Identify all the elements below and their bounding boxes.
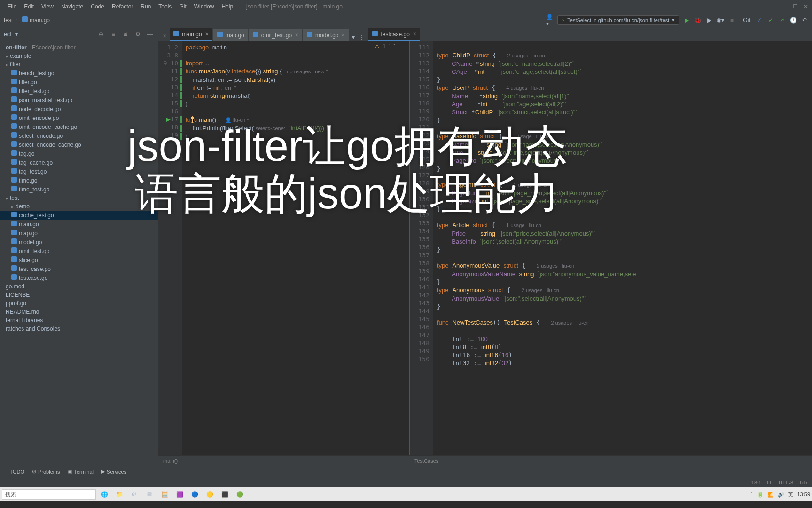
minimize-icon[interactable]: —	[781, 3, 787, 10]
tab-model[interactable]: model.go✕	[303, 29, 349, 41]
tree-file[interactable]: go.mod	[0, 282, 158, 291]
tree-scratches[interactable]: ratches and Consoles	[0, 325, 158, 333]
menu-edit[interactable]: Edit	[20, 1, 38, 12]
chevron-down-icon[interactable]: ▾	[15, 31, 18, 38]
services-tab[interactable]: ▶Services	[101, 468, 126, 475]
menu-help[interactable]: Help	[218, 1, 237, 12]
project-select[interactable]: ect	[4, 31, 11, 38]
close-tab-icon[interactable]: ✕	[295, 32, 298, 38]
tree-file[interactable]: time_test.go	[0, 185, 158, 194]
hide-icon[interactable]: —	[146, 30, 154, 39]
tree-file[interactable]: json_marshal_test.go	[0, 95, 158, 104]
git-commit-icon[interactable]: ✓	[767, 16, 774, 24]
profile-button[interactable]: ◉▾	[717, 16, 724, 24]
tree-external-libraries[interactable]: ternal Libraries	[0, 316, 158, 325]
breadcrumb-root[interactable]: test	[4, 17, 13, 24]
app-chrome[interactable]: 🔵	[188, 488, 201, 501]
run-config-dropdown[interactable]: ▹ TestSelect in github.com/liu-cn/json-f…	[557, 15, 679, 25]
breadcrumb-left[interactable]: main()	[158, 455, 410, 466]
clock[interactable]: 13:59	[797, 492, 810, 497]
tree-file[interactable]: filter_test.go	[0, 87, 158, 95]
tree-file[interactable]: time.go	[0, 176, 158, 185]
breadcrumb-file[interactable]: main.go	[30, 17, 50, 24]
app-explorer[interactable]: 📁	[113, 488, 126, 501]
file-encoding[interactable]: UTF-8	[779, 480, 793, 485]
menu-view[interactable]: View	[38, 1, 57, 12]
cursor-position[interactable]: 18:1	[751, 480, 761, 485]
app-store[interactable]: 🛍	[128, 488, 141, 501]
tree-file[interactable]: LICENSE	[0, 291, 158, 299]
indent-setting[interactable]: Tab	[799, 480, 807, 485]
tree-file[interactable]: testcase.go	[0, 273, 158, 282]
breadcrumb[interactable]: test 〉 main.go	[4, 16, 50, 24]
line-separator[interactable]: LF	[767, 480, 773, 485]
more-tabs-icon[interactable]: ▾	[350, 33, 357, 41]
settings-icon[interactable]: ⚙	[133, 30, 142, 39]
menu-tools[interactable]: Tools	[155, 1, 175, 12]
close-tab-icon[interactable]: ✕	[205, 32, 209, 37]
debug-button[interactable]: 🐞	[694, 16, 702, 24]
locate-icon[interactable]: ⊕	[97, 30, 105, 39]
app-other3[interactable]: 🟢	[233, 488, 246, 501]
menu-run[interactable]: Run	[137, 1, 155, 12]
code-left[interactable]: package main import ... func mustJson(v …	[182, 41, 409, 455]
gutter-right[interactable]: 111 112 113 114 115 116 117 118 119 120 …	[410, 41, 433, 455]
run-button[interactable]: ▶	[683, 16, 690, 24]
tree-file[interactable]: map.go	[0, 229, 158, 238]
app-goland[interactable]: 🟪	[173, 488, 186, 501]
close-icon[interactable]: ✕	[804, 3, 808, 10]
stop-button[interactable]: ■	[728, 16, 735, 24]
project-tree[interactable]: on-filter E:\code\json-filter example fi…	[0, 41, 158, 466]
editor-right[interactable]: 111 112 113 114 115 116 117 118 119 120 …	[410, 41, 812, 455]
tree-file[interactable]: omit_test.go	[0, 246, 158, 255]
git-rollback-icon[interactable]: ↶	[801, 16, 808, 24]
tree-file[interactable]: filter.go	[0, 78, 158, 87]
menu-window[interactable]: Window	[190, 1, 218, 12]
terminal-tab[interactable]: ▣Terminal	[67, 468, 94, 475]
maximize-icon[interactable]: ☐	[793, 3, 798, 10]
app-edge[interactable]: 🌐	[98, 488, 111, 501]
tree-file[interactable]: bench_test.go	[0, 69, 158, 78]
app-mail[interactable]: ✉	[143, 488, 156, 501]
tree-file[interactable]: tag_cache.go	[0, 158, 158, 167]
tab-map[interactable]: map.go	[213, 29, 248, 41]
tree-file[interactable]: test_case.go	[0, 264, 158, 273]
tree-file[interactable]: slice.go	[0, 255, 158, 264]
expand-icon[interactable]: ≡	[109, 30, 117, 39]
tab-omit-test[interactable]: omit_test.go✕	[249, 29, 302, 41]
tray-up-icon[interactable]: ˄	[750, 492, 753, 498]
ime-icon[interactable]: 英	[788, 491, 793, 498]
menu-navigate[interactable]: Navigate	[57, 1, 87, 12]
tab-main[interactable]: main.go✕	[170, 28, 212, 41]
menu-refactor[interactable]: Refactor	[108, 1, 137, 12]
tree-file[interactable]: cache_test.go	[0, 211, 158, 220]
coverage-button[interactable]: ▶	[705, 16, 713, 24]
tree-folder-demo[interactable]: demo	[0, 202, 158, 211]
tree-file[interactable]: select_encode.go	[0, 131, 158, 140]
battery-icon[interactable]: 🔋	[757, 492, 764, 498]
tree-root[interactable]: on-filter E:\code\json-filter	[0, 43, 158, 52]
tree-file[interactable]: node_decode.go	[0, 104, 158, 113]
tree-folder-example[interactable]: example	[0, 52, 158, 60]
volume-icon[interactable]: 🔊	[778, 492, 784, 498]
collapse-icon[interactable]: ≢	[121, 30, 130, 39]
git-history-icon[interactable]: 🕐	[789, 16, 797, 24]
wifi-icon[interactable]: 📶	[767, 492, 774, 498]
app-calculator[interactable]: 🧮	[158, 488, 171, 501]
tree-file[interactable]: omit_encode_cache.go	[0, 122, 158, 131]
app-other2[interactable]: ⬛	[218, 488, 231, 501]
menu-file[interactable]: File	[4, 1, 20, 12]
tree-folder-filter[interactable]: filter	[0, 60, 158, 69]
breadcrumb-right[interactable]: TestCases	[410, 455, 812, 466]
search-input[interactable]	[2, 489, 96, 500]
close-tab-icon[interactable]: ✕	[341, 32, 345, 38]
close-all-left-icon[interactable]: ✕	[160, 31, 169, 41]
problems-tab[interactable]: ⊘Problems	[32, 468, 60, 475]
git-push-icon[interactable]: ↗	[778, 16, 786, 24]
menu-code[interactable]: Code	[87, 1, 108, 12]
tree-file[interactable]: tag.go	[0, 149, 158, 158]
tree-folder-test[interactable]: test	[0, 194, 158, 202]
tree-file[interactable]: main.go	[0, 220, 158, 229]
tree-file[interactable]: tag_test.go	[0, 167, 158, 176]
tree-file[interactable]: pprof.go	[0, 299, 158, 308]
